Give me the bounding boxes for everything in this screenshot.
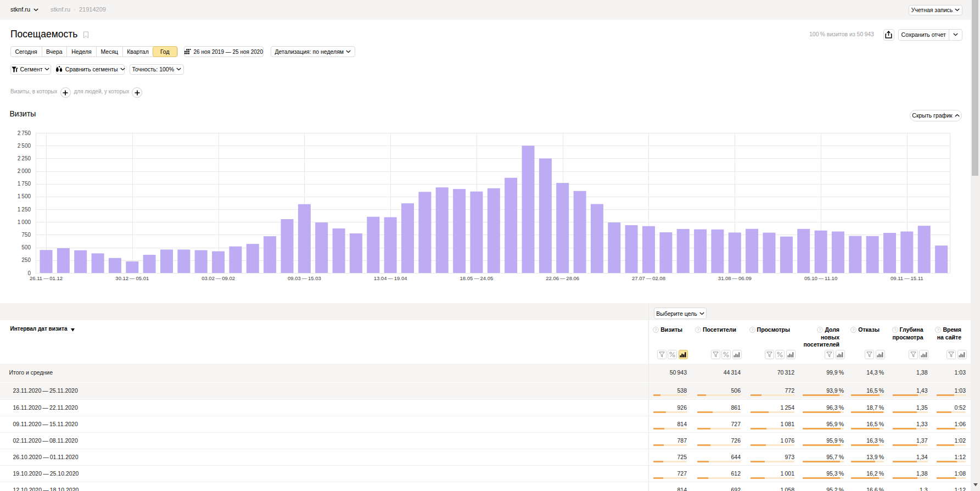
svg-text:250: 250 [21,257,31,263]
svg-text:?: ? [937,327,939,332]
svg-text:2 500: 2 500 [18,143,31,149]
svg-text:2 000: 2 000 [18,168,31,174]
svg-text:1 500: 1 500 [18,193,31,199]
svg-text:2 250: 2 250 [18,155,31,161]
svg-text:27.07 — 02.08: 27.07 — 02.08 [632,275,665,281]
svg-text:2 750: 2 750 [18,130,31,136]
svg-text:1 000: 1 000 [18,219,31,225]
svg-text:05.10 — 11.10: 05.10 — 11.10 [804,275,837,281]
svg-text:30.12 — 05.01: 30.12 — 05.01 [115,275,149,281]
svg-text:1 250: 1 250 [18,207,31,213]
svg-text:09.11 — 15.11: 09.11 — 15.11 [891,275,923,281]
svg-text:?: ? [697,327,699,332]
svg-text:500: 500 [21,244,31,250]
svg-text:1 750: 1 750 [18,181,31,187]
svg-text:03.02 — 09.02: 03.02 — 09.02 [201,275,235,281]
svg-text:31.08 — 06.09: 31.08 — 06.09 [718,275,752,281]
svg-text:750: 750 [21,232,31,238]
svg-text:22.06 — 28.06: 22.06 — 28.06 [546,275,579,281]
svg-text:09.03 — 15.03: 09.03 — 15.03 [288,275,321,281]
svg-text:?: ? [751,327,753,332]
svg-text:26.11 — 01.12: 26.11 — 01.12 [30,275,63,281]
svg-text:18.05 — 24.05: 18.05 — 24.05 [460,275,493,281]
svg-text:13.04 — 19.04: 13.04 — 19.04 [374,275,407,281]
